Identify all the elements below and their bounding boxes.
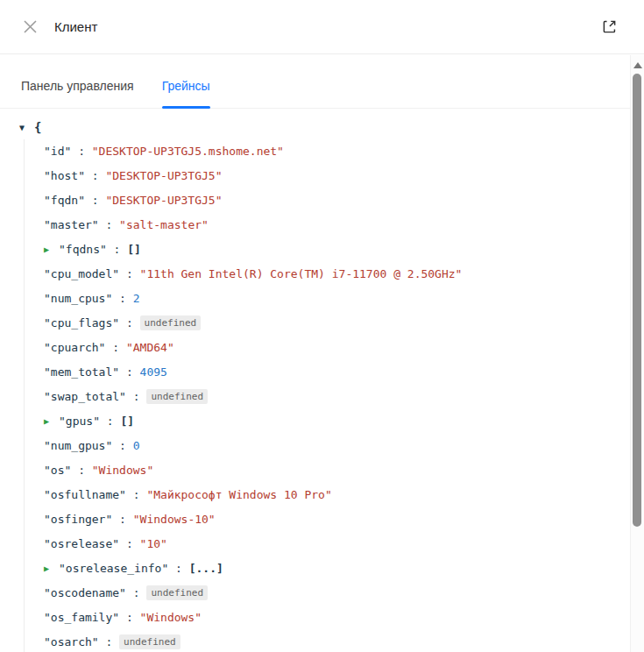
json-key: "cpu_flags" xyxy=(44,316,119,330)
json-row-os_family: "os_family" : "Windows" xyxy=(19,606,630,630)
json-key: "fqdn" xyxy=(44,194,85,207)
scrollbar-up-arrow-icon[interactable] xyxy=(633,62,642,68)
tab-label: Панель управления xyxy=(21,79,134,93)
json-key: "osrelease_info" xyxy=(59,562,168,575)
key-value-separator: : xyxy=(99,218,119,231)
tab-grains[interactable]: Грейнсы xyxy=(162,54,210,108)
undefined-badge: undefined xyxy=(146,389,208,404)
json-row-cpu_model: "cpu_model" : "11th Gen Intel(R) Core(TM… xyxy=(19,262,630,287)
key-value-separator: : xyxy=(119,537,139,550)
json-value: "salt-master" xyxy=(119,218,209,231)
json-viewer: ▼{"id" : "DESKTOP-UP3TGJ5.mshome.net""ho… xyxy=(0,110,630,652)
undefined-badge: undefined xyxy=(146,585,208,600)
json-value: 2 xyxy=(133,292,140,305)
json-value: "Windows" xyxy=(92,464,153,477)
key-value-separator: : xyxy=(119,316,139,330)
key-value-separator: : xyxy=(99,635,119,648)
json-value: 0 xyxy=(133,439,140,452)
json-key: "osrelease" xyxy=(44,537,119,550)
open-external-button[interactable] xyxy=(601,18,618,35)
drawer-title: Клиент xyxy=(54,19,97,34)
expand-arrow-icon[interactable]: ▶ xyxy=(44,237,53,262)
json-value: "DESKTOP-UP3TGJ5.mshome.net" xyxy=(92,145,284,158)
key-value-separator: : xyxy=(105,341,125,354)
json-key: "host" xyxy=(44,169,85,182)
key-value-separator: : xyxy=(119,611,139,624)
json-row-num_gpus: "num_gpus" : 0 xyxy=(19,434,630,458)
key-value-separator: : xyxy=(112,439,132,452)
client-drawer: Клиент Панель управления Грейнсы ▼{"id" … xyxy=(0,0,644,652)
tab-control-panel[interactable]: Панель управления xyxy=(21,54,134,108)
collapse-arrow-icon[interactable]: ▼ xyxy=(19,116,29,140)
json-value: "DESKTOP-UP3TGJ5" xyxy=(105,194,222,207)
json-row-num_cpus: "num_cpus" : 2 xyxy=(19,287,630,311)
key-value-separator: : xyxy=(112,513,132,526)
key-value-separator: : xyxy=(168,562,188,575)
json-row-master: "master" : "salt-master" xyxy=(19,213,630,237)
json-key: "swap_total" xyxy=(44,390,126,403)
close-icon xyxy=(23,19,38,34)
json-value: "Windows" xyxy=(140,611,202,624)
json-value: "Майкрософт Windows 10 Pro" xyxy=(146,488,331,501)
json-key: "cpu_model" xyxy=(44,267,119,280)
key-value-separator: : xyxy=(126,586,146,599)
json-row-osfullname: "osfullname" : "Майкрософт Windows 10 Pr… xyxy=(19,483,630,507)
json-key: "osfinger" xyxy=(44,513,112,526)
expand-arrow-icon[interactable]: ▶ xyxy=(44,409,53,434)
json-row-mem_total: "mem_total" : 4095 xyxy=(19,360,630,385)
key-value-separator: : xyxy=(119,267,139,280)
json-row-id: "id" : "DESKTOP-UP3TGJ5.mshome.net" xyxy=(19,139,630,164)
json-row-osfinger: "osfinger" : "Windows-10" xyxy=(19,507,630,532)
key-value-separator: : xyxy=(71,145,91,158)
tab-label: Грейнсы xyxy=(162,79,210,93)
json-tree: ▼{"id" : "DESKTOP-UP3TGJ5.mshome.net""ho… xyxy=(19,115,630,652)
expand-arrow-icon[interactable]: ▶ xyxy=(44,556,53,581)
json-key: "osfullname" xyxy=(44,488,126,501)
active-tab-indicator xyxy=(162,106,210,109)
tree-guide-line xyxy=(24,139,25,652)
json-value: "10" xyxy=(140,537,167,550)
json-row-os: "os" : "Windows" xyxy=(19,458,630,483)
json-row-oscodename: "oscodename" : undefined xyxy=(19,581,630,606)
key-value-separator: : xyxy=(71,464,91,477)
key-value-separator: : xyxy=(126,390,146,403)
key-value-separator: : xyxy=(100,415,120,428)
json-value: "11th Gen Intel(R) Core(TM) i7-11700 @ 2… xyxy=(140,267,463,280)
json-value: 4095 xyxy=(140,365,167,379)
json-key: "os" xyxy=(44,464,71,477)
json-value: [] xyxy=(127,243,141,256)
json-key: "os_family" xyxy=(44,611,119,624)
json-key: "id" xyxy=(44,145,71,158)
json-row-root: ▼{ xyxy=(19,115,630,139)
drawer-header: Клиент xyxy=(0,0,644,54)
key-value-separator: : xyxy=(85,169,105,182)
key-value-separator: : xyxy=(126,488,146,501)
json-row-host: "host" : "DESKTOP-UP3TGJ5" xyxy=(19,164,630,188)
close-button[interactable] xyxy=(23,19,38,34)
json-value: [] xyxy=(120,415,134,428)
json-value: "Windows-10" xyxy=(133,513,216,526)
external-link-icon xyxy=(601,18,618,35)
json-value: [...] xyxy=(189,562,223,575)
json-key: "osarch" xyxy=(44,635,99,648)
open-brace: { xyxy=(34,120,41,134)
undefined-badge: undefined xyxy=(119,634,180,649)
scrollbar-thumb[interactable] xyxy=(633,74,641,527)
json-key: "oscodename" xyxy=(44,586,126,599)
key-value-separator: : xyxy=(107,243,127,256)
json-value: "AMD64" xyxy=(126,341,174,354)
undefined-badge: undefined xyxy=(140,315,202,330)
json-key: "num_gpus" xyxy=(44,439,112,452)
json-key: "master" xyxy=(44,218,99,231)
json-value: "DESKTOP-UP3TGJ5" xyxy=(105,169,222,182)
json-row-osrelease_info: ▶"osrelease_info" : [...] xyxy=(19,556,630,581)
key-value-separator: : xyxy=(85,194,105,207)
json-row-osarch: "osarch" : undefined xyxy=(19,630,630,652)
json-key: "cpuarch" xyxy=(44,341,105,354)
json-row-fqdns: ▶"fqdns" : [] xyxy=(19,237,630,262)
json-key: "mem_total" xyxy=(44,365,119,379)
json-row-cpuarch: "cpuarch" : "AMD64" xyxy=(19,336,630,360)
json-key: "gpus" xyxy=(59,415,100,428)
json-key: "num_cpus" xyxy=(44,292,112,305)
scrollbar[interactable] xyxy=(630,55,644,652)
